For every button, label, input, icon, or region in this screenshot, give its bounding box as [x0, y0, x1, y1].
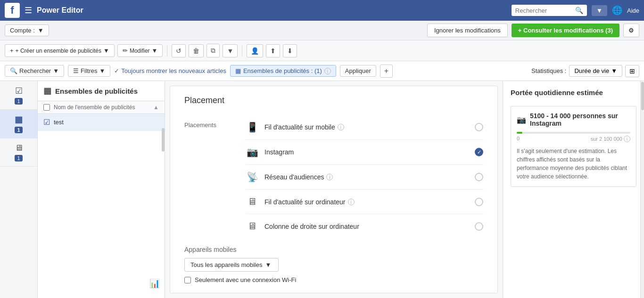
copy-button[interactable]: ⧉: [206, 44, 220, 57]
export-up-button[interactable]: ⬆: [266, 44, 280, 57]
placements-label: Placements: [184, 115, 231, 238]
row-checkbox-checked: ☑: [43, 118, 50, 127]
toolbar-separator-2: [242, 45, 242, 56]
people-button[interactable]: 👤: [247, 44, 263, 57]
panel-scrollbar-thumb[interactable]: [162, 128, 165, 152]
undo-button[interactable]: ↺: [172, 44, 186, 57]
search-icon: 🔍: [10, 67, 17, 74]
chevron-down-icon: ▼: [611, 67, 617, 74]
audience-network-radio[interactable]: [475, 173, 483, 181]
add-tab-button[interactable]: +: [380, 64, 393, 78]
stats-settings-button[interactable]: ⊞: [625, 65, 639, 77]
globe-icon: 🌐: [612, 5, 622, 16]
instagram-radio[interactable]: [475, 148, 483, 156]
facebook-logo: f: [5, 3, 20, 18]
reach-platform: 📷 5100 - 14 000 personnes sur Instagram: [517, 112, 630, 127]
left-sidebar: ☑ 1 ▦ 1 🖥 1: [0, 81, 38, 298]
right-sidebar: Portée quotidienne estimée 📷 5100 - 14 0…: [503, 81, 644, 298]
stats-dropdown[interactable]: Durée de vie ▼: [569, 65, 622, 77]
audience-network-icon: 📡: [246, 171, 259, 183]
sidebar-item-adsets[interactable]: ▦ 1: [0, 110, 37, 138]
consulter-button[interactable]: + Consulter les modifications (3): [512, 24, 619, 37]
main-layout: ☑ 1 ▦ 1 🖥 1 ▦ Ensembles de publicités No…: [0, 81, 644, 298]
reach-min: 0: [517, 136, 520, 142]
placement-title: Placement: [184, 96, 483, 105]
info-icon-2[interactable]: i: [326, 174, 333, 180]
placements-list: 📱 Fil d'actualité sur mobile i 📷 Instagr…: [246, 115, 483, 238]
info-icon-3[interactable]: i: [348, 199, 355, 205]
app-title: Power Editor: [37, 6, 507, 15]
edit-icon: ✏: [123, 47, 128, 54]
ads-icon: 🖥: [15, 143, 23, 153]
desktop-feed-radio[interactable]: [475, 198, 483, 206]
instagram-platform-icon: 📷: [517, 115, 526, 124]
search-input[interactable]: [515, 7, 572, 14]
mobile-devices-section: Appareils mobiles Tous les appareils mob…: [184, 246, 483, 283]
right-scrollbar-thumb[interactable]: [641, 82, 644, 110]
delete-button[interactable]: 🗑: [189, 44, 204, 57]
mobile-devices-label: Appareils mobiles: [184, 246, 483, 253]
wifi-checkbox[interactable]: [184, 277, 191, 283]
chevron-down-icon: ▼: [103, 47, 109, 54]
account-selector[interactable]: Compte : ▼: [5, 24, 49, 36]
modifier-button[interactable]: ✏ ✏ Modifier Modifier ▼: [117, 44, 163, 57]
placement-instagram-label: Instagram: [264, 148, 469, 156]
rechercher-button[interactable]: 🔍 Rechercher ▼: [5, 65, 64, 77]
sidebar-item-ads[interactable]: 🖥 1: [0, 138, 37, 167]
nav-dropdown-button[interactable]: ▼: [592, 5, 607, 16]
portee-title: Portée quotidienne estimée: [511, 89, 636, 97]
adsets-icon: ▦: [15, 114, 23, 125]
chevron-down-icon: ▼: [265, 261, 271, 268]
ads-count: 1: [15, 155, 22, 161]
placements-layout: Placements 📱 Fil d'actualité sur mobile …: [184, 115, 483, 238]
mobile-feed-radio[interactable]: [475, 123, 483, 131]
mobile-devices-dropdown[interactable]: Tous les appareils mobiles ▼: [184, 258, 279, 272]
select-all-checkbox[interactable]: [43, 104, 50, 111]
panel-row[interactable]: ☑ test ✏: [38, 114, 165, 131]
main-content: Placement Placements 📱 Fil d'actualité s…: [165, 81, 503, 298]
ignorer-button[interactable]: Ignorer les modifications: [427, 24, 508, 37]
placement-desktop-feed-label: Fil d'actualité sur ordinateur i: [264, 198, 469, 206]
reach-info-icon[interactable]: i: [624, 136, 630, 142]
create-ad-set-button[interactable]: + + Créer un ensemble de publicités ▼: [5, 44, 115, 57]
wifi-row: Seulement avec une connexion Wi-Fi: [184, 276, 483, 283]
info-icon[interactable]: i: [324, 68, 331, 74]
hamburger-icon[interactable]: ☰: [25, 5, 32, 16]
reach-card: 📷 5100 - 14 000 personnes sur Instagram …: [511, 106, 636, 187]
campaigns-count: 1: [15, 98, 22, 105]
always-show-toggle[interactable]: ✓ Toujours montrer les nouveaux articles: [114, 67, 226, 74]
reach-note: Il s'agit seulement d'une estimation. Le…: [517, 147, 630, 181]
right-column-icon: 🖥: [246, 221, 259, 232]
col-header-label: Nom de l'ensemble de publicités: [54, 104, 135, 111]
ensembles-tab[interactable]: ▦ Ensembles de publicités : (1) i: [230, 65, 336, 77]
placement-audience-network-label: Réseau d'audiences i: [264, 173, 469, 181]
placement-mobile-feed-label: Fil d'actualité sur mobile i: [264, 123, 469, 131]
chevron-down-icon: ▼: [38, 27, 44, 34]
placement-audience-network: 📡 Réseau d'audiences i: [246, 165, 483, 190]
top-navigation: f ☰ Power Editor 🔍 ▼ 🌐 Aide: [0, 0, 644, 21]
filtres-button[interactable]: ☰ Filtres ▼: [68, 65, 110, 77]
toolbar-separator: [167, 45, 167, 56]
mobile-icon: 📱: [246, 121, 259, 133]
right-column-radio[interactable]: [475, 222, 483, 231]
grid-icon: ▦: [235, 67, 241, 74]
nav-search-box[interactable]: 🔍: [512, 5, 587, 16]
reach-scale: 0 sur 2 100 000 i: [517, 136, 630, 142]
plus-icon: +: [10, 47, 14, 54]
placement-desktop-feed: 🖥 Fil d'actualité sur ordinateur i: [246, 190, 483, 214]
panel-list-header: ▦ Ensembles de publicités: [38, 81, 165, 101]
info-icon[interactable]: i: [338, 124, 344, 130]
reach-bar-background: [517, 132, 630, 134]
wifi-label: Seulement avec une connexion Wi-Fi: [195, 276, 296, 283]
adsets-count: 1: [15, 127, 22, 133]
row-name: test: [54, 119, 150, 126]
sidebar-item-campaigns[interactable]: ☑ 1: [0, 81, 37, 110]
account-actions: Ignorer les modifications + Consulter le…: [427, 24, 639, 37]
export-down-button[interactable]: ⬇: [283, 44, 297, 57]
aide-link[interactable]: Aide: [627, 7, 639, 14]
appliquer-button[interactable]: Appliquer: [340, 65, 376, 77]
scroll-indicator: ▲: [153, 104, 159, 111]
reach-range: 5100 - 14 000 personnes sur Instagram: [530, 112, 630, 127]
copy-dropdown-button[interactable]: ▼: [223, 44, 238, 57]
settings-button[interactable]: ⚙: [623, 24, 639, 37]
